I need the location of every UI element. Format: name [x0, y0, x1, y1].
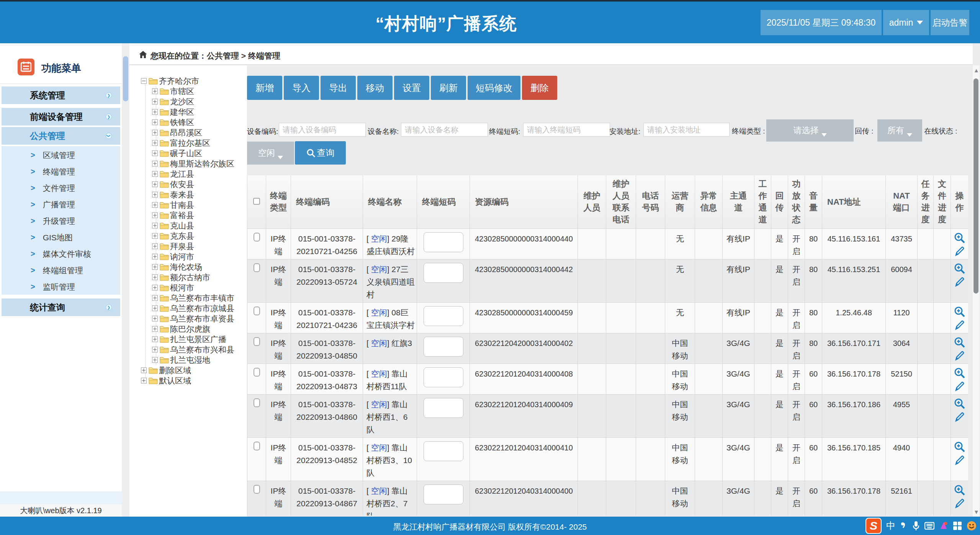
shortcode-input[interactable] [424, 263, 463, 283]
expand-icon[interactable] [152, 150, 158, 156]
edit-icon[interactable] [954, 351, 965, 361]
expand-icon[interactable] [152, 223, 158, 228]
skin-icon[interactable] [939, 521, 948, 530]
tree-node-龙沙区[interactable]: 龙沙区 [129, 96, 247, 107]
edit-icon[interactable] [954, 246, 965, 257]
splitter-handle[interactable] [123, 56, 128, 101]
tree-node-乌兰察布市卓资县[interactable]: 乌兰察布市卓资县 [129, 313, 247, 324]
menu-group-1[interactable]: 系统管理❯ [2, 86, 120, 104]
terminal-shortcode-input[interactable]: 请输入终端短码 [523, 123, 610, 137]
shortcode-input[interactable] [424, 398, 463, 418]
tree-node-富裕县[interactable]: 富裕县 [129, 210, 247, 220]
tree-node-龙江县[interactable]: 龙江县 [129, 169, 247, 179]
expand-icon[interactable] [152, 130, 158, 135]
expand-icon[interactable] [152, 181, 158, 187]
tree-node-克山县[interactable]: 克山县 [129, 220, 247, 231]
edit-icon[interactable] [954, 412, 965, 422]
tree-node-额尔古纳市[interactable]: 额尔古纳市 [129, 272, 247, 282]
tree-node-乌兰察布市兴和县[interactable]: 乌兰察布市兴和县 [129, 344, 247, 355]
zoom-in-icon[interactable] [954, 367, 965, 379]
menu-group-4[interactable]: 统计查询❯ [2, 298, 120, 316]
zoom-in-icon[interactable] [954, 306, 965, 318]
expand-icon[interactable] [152, 305, 158, 311]
row-checkbox[interactable] [254, 233, 260, 241]
scrollbar-up-arrow[interactable]: ▲ [973, 67, 979, 73]
row-checkbox[interactable] [254, 263, 260, 272]
expand-icon[interactable] [152, 202, 158, 208]
sidebar-item-终端组管理[interactable]: >终端组管理 [2, 262, 120, 279]
install-address-input[interactable]: 请输入安装地址 [643, 123, 730, 137]
tree-node-根河市[interactable]: 根河市 [129, 282, 247, 293]
sidebar-item-升级管理[interactable]: >升级管理 [2, 213, 120, 229]
row-checkbox[interactable] [254, 485, 260, 494]
tree-root[interactable]: 齐齐哈尔市 [129, 76, 247, 86]
sidebar-item-区域管理[interactable]: >区域管理 [2, 147, 120, 163]
expand-icon[interactable] [152, 119, 158, 125]
zoom-in-icon[interactable] [954, 263, 965, 274]
shortcode-input[interactable] [424, 484, 463, 504]
expand-icon[interactable] [152, 264, 158, 270]
expand-icon[interactable] [152, 233, 158, 239]
tree-node-删除区域[interactable]: 删除区域 [129, 365, 247, 375]
expand-icon[interactable] [152, 109, 158, 115]
shortcode-input[interactable] [424, 367, 463, 387]
tree-node-克东县[interactable]: 克东县 [129, 231, 247, 241]
expand-icon[interactable] [152, 88, 158, 94]
row-checkbox[interactable] [254, 337, 260, 346]
expand-icon[interactable] [152, 295, 158, 301]
edit-icon[interactable] [954, 498, 965, 509]
shortcode-input[interactable] [424, 232, 463, 252]
tree-node-建华区[interactable]: 建华区 [129, 107, 247, 117]
toolbar-button-导出[interactable]: 导出 [321, 76, 356, 100]
scrollbar-down-arrow[interactable]: ▼ [973, 509, 979, 515]
toolbar-button-删除[interactable]: 删除 [522, 76, 557, 100]
expand-icon[interactable] [152, 99, 158, 104]
menu-group-2[interactable]: 前端设备管理❯ [2, 108, 120, 126]
expand-icon[interactable] [152, 243, 158, 249]
tree-node-甘南县[interactable]: 甘南县 [129, 200, 247, 210]
expand-icon[interactable] [152, 285, 158, 290]
toolbar-button-新增[interactable]: 新增 [247, 76, 282, 100]
tree-node-铁锋区[interactable]: 铁锋区 [129, 117, 247, 127]
edit-icon[interactable] [954, 381, 965, 392]
emoji-icon[interactable] [967, 521, 977, 531]
toolbar-button-短码修改[interactable]: 短码修改 [468, 76, 520, 100]
toolbar-button-导入[interactable]: 导入 [284, 76, 319, 100]
chinese-mode-icon[interactable]: 中 [886, 520, 895, 532]
sidebar-splitter[interactable] [122, 43, 129, 517]
row-checkbox[interactable] [254, 307, 260, 315]
sidebar-item-广播管理[interactable]: >广播管理 [2, 196, 120, 213]
toolbar-button-设置[interactable]: 设置 [394, 76, 429, 100]
expand-icon[interactable] [152, 326, 158, 332]
sidebar-item-监听管理[interactable]: >监听管理 [2, 279, 120, 295]
expand-icon[interactable] [152, 171, 158, 177]
mic-icon[interactable] [912, 521, 920, 531]
sidebar-item-终端管理[interactable]: >终端管理 [2, 163, 120, 180]
terminal-type-dropdown[interactable]: 请选择 [766, 119, 854, 142]
scrollbar-thumb[interactable] [973, 78, 978, 294]
tree-node-讷河市[interactable]: 讷河市 [129, 251, 247, 262]
tree-node-陈巴尔虎旗[interactable]: 陈巴尔虎旗 [129, 324, 247, 334]
zoom-in-icon[interactable] [954, 337, 965, 348]
shortcode-input[interactable] [424, 306, 463, 326]
tree-node-泰来县[interactable]: 泰来县 [129, 189, 247, 200]
expand-icon[interactable] [141, 367, 147, 373]
zoom-in-icon[interactable] [954, 398, 965, 409]
tree-node-乌兰察布市凉城县[interactable]: 乌兰察布市凉城县 [129, 303, 247, 313]
tree-node-海伦农场[interactable]: 海伦农场 [129, 262, 247, 272]
expand-icon[interactable] [141, 378, 147, 383]
expand-icon[interactable] [152, 347, 158, 352]
online-status-dropdown[interactable]: 空闲 [247, 142, 294, 165]
tree-node-富拉尔基区[interactable]: 富拉尔基区 [129, 138, 247, 148]
tree-node-碾子山区[interactable]: 碾子山区 [129, 148, 247, 158]
expand-icon[interactable] [152, 140, 158, 146]
sidebar-item-GIS地图[interactable]: >GIS地图 [2, 229, 120, 246]
tree-node-昂昂溪区[interactable]: 昂昂溪区 [129, 127, 247, 138]
expand-icon[interactable] [152, 274, 158, 280]
sogou-ime-icon[interactable]: S [865, 518, 882, 534]
page-scrollbar[interactable]: ▲ ▼ [973, 65, 979, 517]
tree-node-默认区域[interactable]: 默认区域 [129, 375, 247, 386]
device-name-input[interactable]: 请输入设备名称 [401, 123, 488, 137]
edit-icon[interactable] [954, 277, 965, 287]
row-checkbox[interactable] [254, 398, 260, 407]
